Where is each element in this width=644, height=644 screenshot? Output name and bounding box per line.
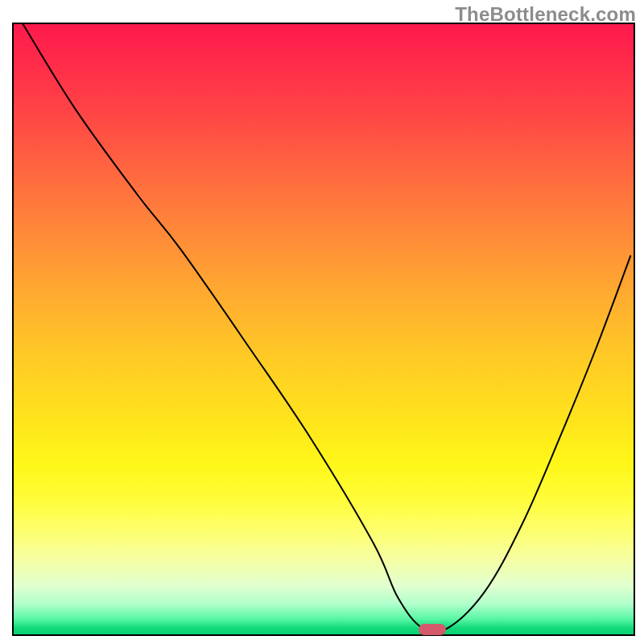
plot-inner (14, 24, 634, 634)
optimal-point-marker (419, 624, 446, 635)
bottleneck-curve (23, 24, 631, 633)
watermark-text: TheBottleneck.com (455, 3, 636, 26)
chart-frame: TheBottleneck.com (0, 0, 644, 644)
bottleneck-curve-svg (14, 24, 634, 634)
plot-area (12, 23, 635, 636)
